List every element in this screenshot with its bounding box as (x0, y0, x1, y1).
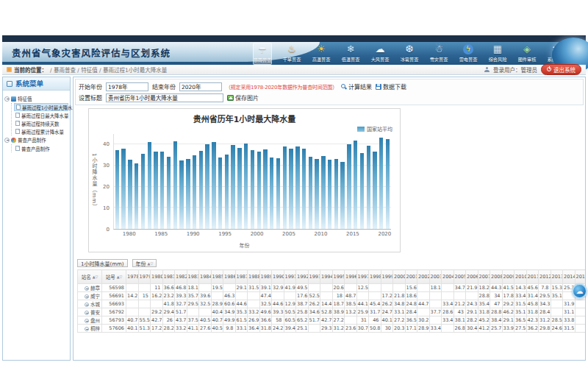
nav-item-wind-survey[interactable]: ☁大风普查 (370, 43, 390, 63)
year-column-header-2008[interactable]: 2008 (490, 270, 503, 284)
save-image-button[interactable]: 保存图片 (227, 93, 259, 102)
value-field-chip[interactable]: 1小时降水量(mm) (77, 259, 128, 267)
sidebar-group-1[interactable]: 普查产品制作 (4, 135, 68, 144)
value-cell-57606-1999: 30 (381, 325, 393, 333)
sidebar-item-0-2[interactable]: 暴雨过程持续天数 (14, 119, 68, 127)
year-column-header-1987[interactable]: 1987 (235, 270, 248, 284)
year-column-header-1978[interactable]: 1978 (126, 270, 139, 284)
year-column-header-1986[interactable]: 1986 (223, 270, 236, 284)
expand-row-icon[interactable] (85, 286, 89, 291)
year-column-header-2000[interactable]: 2000 (393, 270, 406, 284)
expand-row-icon[interactable] (85, 294, 89, 299)
value-cell-57606-1992: 25.1 (296, 325, 309, 333)
value-cell-57606-2009: 33.9 (502, 325, 514, 333)
year-column-header-1980[interactable]: 1980 (151, 270, 163, 284)
year-column-header-1997[interactable]: 1997 (356, 270, 369, 284)
bar-slot-1978 (114, 134, 121, 229)
year-column-header-2003[interactable]: 2003 (429, 270, 442, 284)
bar-slot-2000 (256, 134, 262, 229)
year-column-header-1981[interactable]: 1981 (162, 270, 175, 284)
year-column-header-1982[interactable]: 1982 (175, 270, 187, 284)
year-column-header-2005[interactable]: 2005 (453, 270, 466, 284)
station-name-header[interactable]: 站名▲▽ (78, 270, 102, 284)
year-column-header-1993[interactable]: 1993 (308, 270, 320, 284)
value-cell-56693-2003 (429, 300, 442, 308)
nav-item-hail-survey[interactable]: ❆冰雹普查 (400, 43, 419, 63)
year-column-header-2012[interactable]: 2012 (539, 270, 551, 284)
sidebar-item-0-3[interactable]: 暴雨过程累计降水量 (14, 127, 68, 135)
year-column-header-1979[interactable]: 1979 (138, 270, 151, 284)
year-column-header-1998[interactable]: 1998 (369, 270, 381, 284)
floating-service-button[interactable]: ☁ (572, 283, 587, 299)
year-column-header-2011[interactable]: 2011 (526, 270, 539, 284)
high-temp-survey-icon: ☀ (317, 43, 326, 55)
collapse-icon[interactable] (4, 138, 10, 143)
year-column-header-2004[interactable]: 2004 (442, 270, 454, 284)
collapse-icon[interactable] (4, 96, 10, 102)
nav-item-drought-survey[interactable]: ♨干旱普查 (282, 43, 301, 63)
calculate-button[interactable]: 计算结果 (341, 82, 372, 91)
chart-legend[interactable]: 国家站平均 (357, 125, 392, 132)
sidebar-item-1-0[interactable]: 普查产品制作 (14, 144, 68, 152)
sidebar-item-0-0[interactable]: 暴雨过程1小时最大降水量 (14, 103, 68, 111)
start-year-select[interactable]: 1978年 (106, 82, 148, 91)
year-column-header-2010[interactable]: 2010 (514, 270, 527, 284)
bar-2018 (373, 152, 376, 229)
year-column-header-2002[interactable]: 2002 (417, 270, 430, 284)
bar-slot-1996 (230, 134, 237, 229)
column-field-chip[interactable]: 年份 ▲▽ (132, 259, 157, 267)
year-column-header-1995[interactable]: 1995 (332, 270, 345, 284)
year-column-header-1985[interactable]: 1985 (211, 270, 223, 284)
year-column-header-1992[interactable]: 1992 (296, 270, 309, 284)
year-column-header-1994[interactable]: 1994 (320, 270, 333, 284)
year-column-header-1999[interactable]: 1999 (381, 270, 393, 284)
nav-item-low-temp-survey[interactable]: ❄低温普查 (341, 43, 360, 63)
end-year-select[interactable]: 2020年 (179, 82, 222, 91)
nav-item-map-review[interactable]: ◈图件审核 (517, 43, 537, 63)
year-column-header-1996[interactable]: 1996 (345, 270, 357, 284)
year-column-header-1983[interactable]: 1983 (187, 270, 199, 284)
year-column-header-1984[interactable]: 1984 (199, 270, 212, 284)
sort-icons[interactable]: ▲▽ (117, 275, 123, 279)
expand-row-icon[interactable] (85, 311, 89, 315)
sort-icons[interactable]: ▲▽ (93, 275, 98, 279)
sidebar-group-0[interactable]: 特征值 (4, 94, 68, 103)
end-year-label: 结束年份 (152, 82, 176, 91)
year-column-header-2006[interactable]: 2006 (466, 270, 478, 284)
expand-row-icon[interactable] (85, 302, 89, 307)
value-cell-56691-1990 (272, 292, 284, 300)
chart-title-input[interactable] (106, 93, 223, 102)
sidebar-item-0-1[interactable]: 暴雨过程日最大降水量 (14, 111, 68, 119)
year-column-header-1990[interactable]: 1990 (272, 270, 284, 284)
year-column-header-2009[interactable]: 2009 (502, 270, 514, 284)
value-cell-56792-2010: 35.1 (514, 308, 527, 316)
sort-icons[interactable]: ▲▽ (148, 261, 154, 266)
year-column-header-1989[interactable]: 1989 (259, 270, 272, 284)
nav-item-lightning-survey[interactable]: ϟ雷电普查 (459, 43, 478, 63)
logout-button[interactable]: 退出系统 (541, 64, 581, 76)
value-cell-57606-1996: 23.6 (345, 325, 357, 333)
bar-slot-2011 (326, 134, 333, 229)
nav-item-snow-survey[interactable]: ☃雪灾普查 (429, 43, 448, 63)
nav-item-comprehensive-risk[interactable]: ▦综合风险 (488, 43, 507, 63)
value-cell-56598-1987: 29.1 (235, 284, 248, 292)
nav-item-rain-survey[interactable]: ☂暴雨普查 (253, 43, 272, 65)
value-cell-56598-1980: 11 (151, 284, 163, 292)
year-column-header-1988[interactable]: 1988 (248, 270, 260, 284)
expand-row-icon[interactable] (85, 319, 89, 323)
year-column-header-2001[interactable]: 2001 (405, 270, 417, 284)
palette-icon (11, 138, 16, 143)
bar-slot-2007 (301, 134, 307, 229)
year-column-header-2015[interactable]: 2015 (575, 270, 586, 284)
year-column-header-2014[interactable]: 2014 (563, 270, 576, 284)
expand-row-icon[interactable] (85, 327, 89, 331)
station-id-header[interactable]: 站号▲▽ (102, 270, 126, 284)
download-data-button[interactable]: 数据下载 (376, 82, 406, 91)
nav-item-high-temp-survey[interactable]: ☀高温普查 (312, 43, 331, 63)
year-column-header-1991[interactable]: 1991 (284, 270, 296, 284)
bar-slot-1998 (243, 134, 249, 229)
value-cell-56598-1995: 20.6 (332, 284, 345, 292)
year-column-header-2013[interactable]: 2013 (551, 270, 563, 284)
sidebar-item-label: 暴雨过程日最大降水量 (21, 112, 68, 118)
year-column-header-2007[interactable]: 2007 (478, 270, 490, 284)
